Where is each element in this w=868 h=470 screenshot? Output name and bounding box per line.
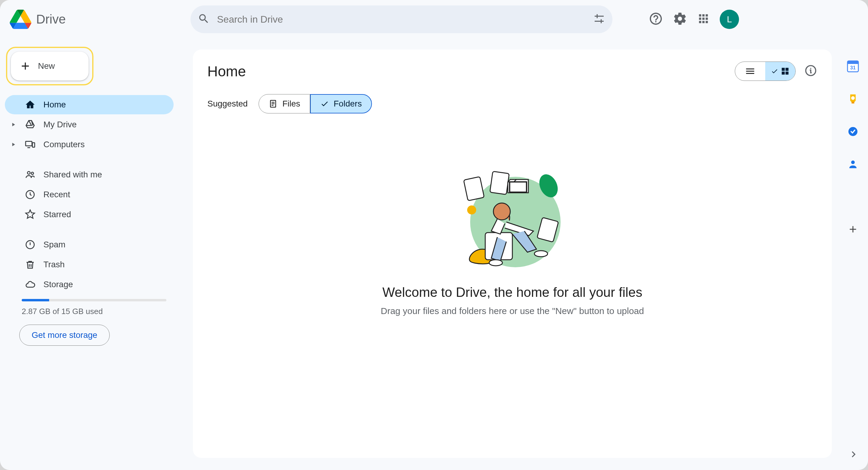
chevron-right-icon[interactable] xyxy=(10,122,17,127)
welcome-subtitle: Drag your files and folders here or use … xyxy=(381,306,644,316)
svg-point-17 xyxy=(489,260,502,266)
view-controls xyxy=(735,62,817,81)
chevron-right-icon[interactable] xyxy=(847,448,860,462)
nav: Home My Drive Computers Shared with me R… xyxy=(5,95,174,294)
svg-point-25 xyxy=(851,160,855,164)
side-rail: 31 xyxy=(838,51,868,235)
svg-rect-20 xyxy=(847,61,858,64)
add-addon-icon[interactable] xyxy=(847,223,859,235)
svg-point-18 xyxy=(534,251,548,257)
list-view-button[interactable] xyxy=(735,62,765,81)
drive-logo-icon xyxy=(10,10,31,29)
grid-view-button[interactable] xyxy=(765,62,795,81)
sidebar-item-trash[interactable]: Trash xyxy=(5,255,174,274)
search-bar[interactable] xyxy=(190,5,613,33)
welcome-title: Welcome to Drive, the home for all your … xyxy=(382,285,642,300)
sidebar-item-label: Home xyxy=(43,100,66,110)
view-segment xyxy=(735,62,796,81)
sidebar: New Home My Drive Computers Shared with … xyxy=(5,47,174,346)
chip-folders[interactable]: Folders xyxy=(310,94,372,113)
sidebar-item-shared[interactable]: Shared with me xyxy=(5,165,174,184)
file-icon xyxy=(269,99,278,108)
page-title: Home xyxy=(207,63,246,80)
sidebar-item-label: Spam xyxy=(43,240,65,249)
people-icon xyxy=(25,169,36,180)
clock-icon xyxy=(25,189,36,200)
apps-grid-icon[interactable] xyxy=(697,12,710,27)
chip-row: Files Folders xyxy=(258,94,372,113)
sidebar-item-computers[interactable]: Computers xyxy=(5,135,174,154)
calendar-icon[interactable]: 31 xyxy=(847,60,859,72)
cloud-icon xyxy=(25,279,36,290)
search-input[interactable] xyxy=(210,14,593,25)
product-name: Drive xyxy=(36,12,66,27)
suggested-label: Suggested xyxy=(207,99,248,109)
storage-text: 2.87 GB of 15 GB used xyxy=(22,307,174,316)
devices-icon xyxy=(25,139,36,150)
svg-rect-0 xyxy=(26,142,32,146)
avatar[interactable]: L xyxy=(720,10,739,29)
svg-point-23 xyxy=(851,96,855,100)
sidebar-item-label: Recent xyxy=(43,190,70,199)
main-panel: Home Suggested Files xyxy=(193,50,832,458)
filter-row: Suggested Files Folders xyxy=(207,94,817,113)
new-button[interactable]: New xyxy=(11,52,89,81)
chip-label: Folders xyxy=(334,99,362,109)
storage-fill xyxy=(22,299,49,301)
gear-icon[interactable] xyxy=(673,11,687,27)
app-root: { "header": { "product_name": "Drive", "… xyxy=(0,0,868,470)
svg-rect-22 xyxy=(852,102,855,104)
mydrive-icon xyxy=(25,119,36,130)
keep-icon[interactable] xyxy=(847,93,859,105)
sidebar-item-recent[interactable]: Recent xyxy=(5,185,174,204)
home-icon xyxy=(25,99,36,110)
svg-point-2 xyxy=(27,172,30,174)
spam-icon xyxy=(25,239,36,250)
chip-label: Files xyxy=(282,99,300,109)
trash-icon xyxy=(25,259,36,270)
header: Drive L xyxy=(0,0,868,39)
star-icon xyxy=(25,209,36,220)
sidebar-item-storage[interactable]: Storage xyxy=(5,275,174,294)
empty-illustration xyxy=(449,162,576,270)
info-icon[interactable] xyxy=(804,64,817,79)
search-icon[interactable] xyxy=(198,13,210,26)
svg-rect-11 xyxy=(464,177,484,201)
new-button-highlight: New xyxy=(6,47,93,85)
svg-text:31: 31 xyxy=(850,65,856,70)
svg-rect-1 xyxy=(33,143,35,147)
help-icon[interactable] xyxy=(649,11,663,27)
sidebar-item-label: Computers xyxy=(43,140,85,149)
main-header: Home xyxy=(207,62,817,81)
sidebar-item-home[interactable]: Home xyxy=(5,95,174,114)
chevron-right-icon[interactable] xyxy=(10,142,17,148)
list-icon xyxy=(745,66,755,77)
sidebar-item-label: My Drive xyxy=(43,120,76,129)
svg-point-3 xyxy=(31,172,34,175)
check-icon xyxy=(771,67,778,75)
search-filter-icon[interactable] xyxy=(593,13,605,26)
sidebar-item-label: Trash xyxy=(43,260,65,269)
tasks-icon[interactable] xyxy=(847,125,859,138)
sidebar-item-label: Shared with me xyxy=(43,170,102,179)
svg-point-16 xyxy=(493,203,510,220)
contacts-icon[interactable] xyxy=(847,158,859,170)
check-icon xyxy=(320,99,329,108)
plus-icon xyxy=(19,60,31,72)
sidebar-item-spam[interactable]: Spam xyxy=(5,235,174,254)
chip-files[interactable]: Files xyxy=(258,94,310,113)
svg-rect-13 xyxy=(490,171,509,195)
sidebar-item-mydrive[interactable]: My Drive xyxy=(5,115,174,134)
sidebar-item-starred[interactable]: Starred xyxy=(5,205,174,224)
svg-point-10 xyxy=(467,205,476,214)
sidebar-item-label: Starred xyxy=(43,210,71,219)
logo-block[interactable]: Drive xyxy=(10,10,190,29)
storage-bar xyxy=(22,299,166,301)
header-actions: L xyxy=(649,10,744,29)
empty-state: Welcome to Drive, the home for all your … xyxy=(207,162,817,316)
get-more-storage-button[interactable]: Get more storage xyxy=(19,325,110,346)
sidebar-item-label: Storage xyxy=(43,280,73,289)
grid-icon xyxy=(781,67,789,76)
new-button-label: New xyxy=(38,61,55,71)
